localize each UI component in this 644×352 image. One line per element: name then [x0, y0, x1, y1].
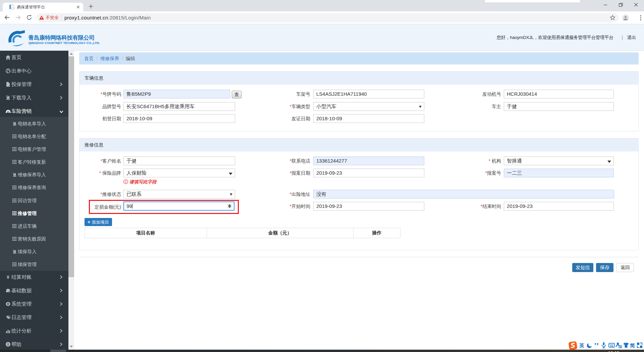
svg-text:SU: SU — [619, 346, 622, 348]
svg-text:¥: ¥ — [7, 275, 9, 279]
